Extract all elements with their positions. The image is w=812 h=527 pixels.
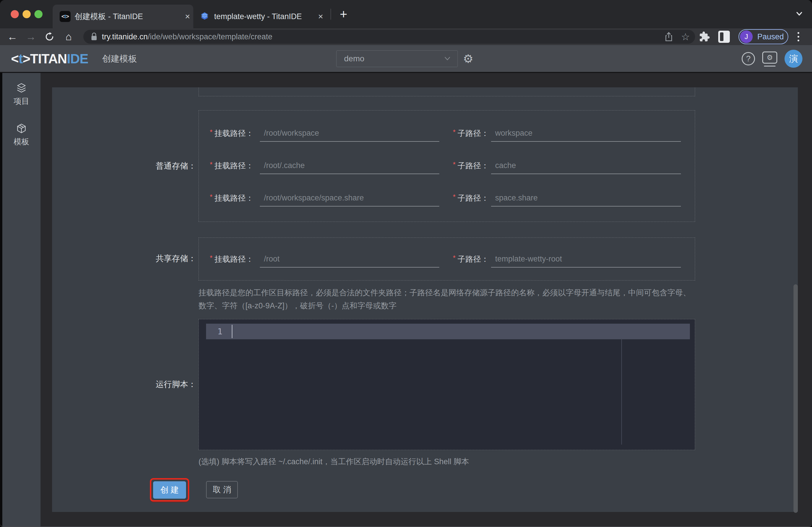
required-asterisk: * [453, 128, 455, 136]
traffic-light-close-icon[interactable] [11, 10, 19, 18]
profile-status: Paused [757, 32, 784, 41]
reload-icon[interactable] [42, 28, 57, 45]
sub-path-label: 子路径： [458, 193, 489, 203]
sub-path-input[interactable]: cache [491, 157, 681, 174]
annotation-highlight: 创 建 [150, 478, 189, 501]
layers-favicon-icon: </> [199, 11, 210, 22]
more-menu-icon[interactable] [796, 31, 801, 42]
layers-icon [16, 82, 27, 94]
bookmark-star-icon[interactable]: ☆ [681, 31, 690, 43]
section-label-run-script: 运行脚本： [148, 379, 196, 390]
gear-icon[interactable]: ⚙ [463, 45, 474, 72]
main-content: 普通存储： *挂载路径： /root/workspace *子路径： works… [41, 73, 812, 527]
tab-template-wetty[interactable]: </> template-wetty - TitanIDE × [195, 5, 327, 28]
script-note: (选填) 脚本将写入路径 ~/.cache/.init，当工作区启动时自动运行以… [199, 456, 695, 467]
app-header: <t>TITANIDE 创建模板 demo ⚙ ? ⚙ 演 [0, 45, 812, 72]
tab-close-icon[interactable]: × [315, 12, 327, 21]
sidebar-item-label: 项目 [14, 96, 29, 106]
titanide-logo: <t>TITANIDE [11, 45, 88, 72]
sidebar: 项目 模板 [2, 73, 41, 527]
sidebar-item-label: 模板 [14, 136, 29, 147]
section-label-shared-storage: 共享存储： [148, 253, 196, 264]
url-text: try.titanide.cn/ide/web/workspace/templa… [102, 32, 272, 41]
forward-icon[interactable]: → [24, 28, 38, 45]
path-help-text: 挂载路径是您的工作区目标路径，必须是合法的文件夹路径；子路径名是网络存储源子路径… [199, 286, 695, 312]
mount-path-input[interactable]: /root/workspace/space.share [260, 190, 439, 206]
editor-cursor [232, 325, 232, 338]
sub-path-label: 子路径： [458, 161, 489, 171]
sidebar-item-templates[interactable]: 模板 [2, 121, 41, 149]
tab-close-icon[interactable]: × [182, 12, 193, 21]
svg-text:</>: </> [203, 13, 207, 16]
traffic-light-zoom-icon[interactable] [34, 10, 43, 18]
workspace-select[interactable]: demo [336, 50, 458, 67]
tab-title: template-wetty - TitanIDE [214, 12, 311, 21]
storage-row: *挂载路径： /root *子路径： template-wetty-root [199, 251, 695, 269]
sub-path-label: 子路径： [458, 254, 489, 264]
browser-toolbar: ← → ⌂ try.titanide.cn/ide/web/workspace/… [0, 28, 812, 45]
editor-active-line: 1 [206, 324, 690, 339]
sub-path-input[interactable]: workspace [491, 125, 681, 142]
chevron-down-icon [443, 56, 452, 62]
tab-create-template[interactable]: <t> 创建模板 - TitanIDE × [53, 5, 193, 28]
storage-box-partial [199, 87, 695, 96]
browser-window: <t> 创建模板 - TitanIDE × </> template-wetty… [0, 0, 812, 527]
run-script-editor[interactable]: 1 [199, 319, 695, 450]
required-asterisk: * [210, 161, 213, 169]
page-title: 创建模板 [102, 45, 137, 72]
cancel-button[interactable]: 取 消 [206, 481, 238, 498]
lock-icon [90, 32, 98, 41]
mount-path-label: 挂载路径： [215, 161, 253, 171]
home-icon[interactable]: ⌂ [61, 28, 76, 45]
storage-row: *挂载路径： /root/workspace/space.share *子路径：… [199, 190, 695, 208]
shared-storage-box: *挂载路径： /root *子路径： template-wetty-root [199, 237, 695, 281]
required-asterisk: * [210, 254, 213, 262]
workspace-select-value: demo [344, 54, 443, 63]
new-tab-button[interactable]: + [336, 7, 351, 21]
normal-storage-box: *挂载路径： /root/workspace *子路径： workspace *… [199, 110, 695, 222]
required-asterisk: * [453, 161, 455, 169]
sub-path-input[interactable]: template-wetty-root [491, 251, 681, 267]
storage-row: *挂载路径： /root/.cache *子路径： cache [199, 157, 695, 176]
sub-path-input[interactable]: space.share [491, 190, 681, 206]
tab-title: 创建模板 - TitanIDE [75, 11, 178, 22]
line-number: 1 [215, 324, 225, 339]
traffic-light-minimize-icon[interactable] [23, 10, 31, 18]
tab-divider [331, 9, 331, 20]
mount-path-label: 挂载路径： [215, 193, 253, 203]
required-asterisk: * [210, 128, 213, 136]
address-bar[interactable]: try.titanide.cn/ide/web/workspace/templa… [83, 30, 695, 44]
user-avatar[interactable]: 演 [784, 50, 802, 68]
scrollbar-thumb[interactable] [794, 284, 798, 513]
required-asterisk: * [453, 193, 455, 201]
side-panel-icon[interactable] [718, 31, 730, 43]
create-button[interactable]: 创 建 [153, 481, 186, 499]
tab-bar: <t> 创建模板 - TitanIDE × </> template-wetty… [0, 0, 812, 28]
section-label-normal-storage: 普通存储： [148, 161, 196, 172]
editor-ruler [621, 338, 622, 444]
help-icon[interactable]: ? [742, 52, 755, 65]
profile-avatar: J [740, 30, 753, 43]
required-asterisk: * [453, 254, 455, 262]
profile-chip[interactable]: J Paused [739, 29, 788, 44]
cube-icon [16, 123, 27, 134]
tab-search-chevron-icon[interactable] [794, 10, 805, 18]
extensions-puzzle-icon[interactable] [699, 31, 710, 43]
sidebar-item-projects[interactable]: 项目 [2, 80, 41, 108]
create-template-form: 普通存储： *挂载路径： /root/workspace *子路径： works… [52, 87, 798, 512]
share-icon[interactable] [664, 31, 673, 42]
mount-path-input[interactable]: /root [260, 251, 439, 267]
storage-row: *挂载路径： /root/workspace *子路径： workspace [199, 125, 695, 144]
mount-path-label: 挂载路径： [215, 254, 253, 264]
system-settings-icon[interactable]: ⚙ [762, 52, 777, 67]
mount-path-input[interactable]: /root/workspace [260, 125, 439, 142]
back-icon[interactable]: ← [5, 28, 20, 45]
mount-path-label: 挂载路径： [215, 128, 253, 138]
required-asterisk: * [210, 193, 213, 201]
mount-path-input[interactable]: /root/.cache [260, 157, 439, 174]
titanide-favicon-icon: <t> [60, 11, 71, 22]
sub-path-label: 子路径： [458, 128, 489, 138]
